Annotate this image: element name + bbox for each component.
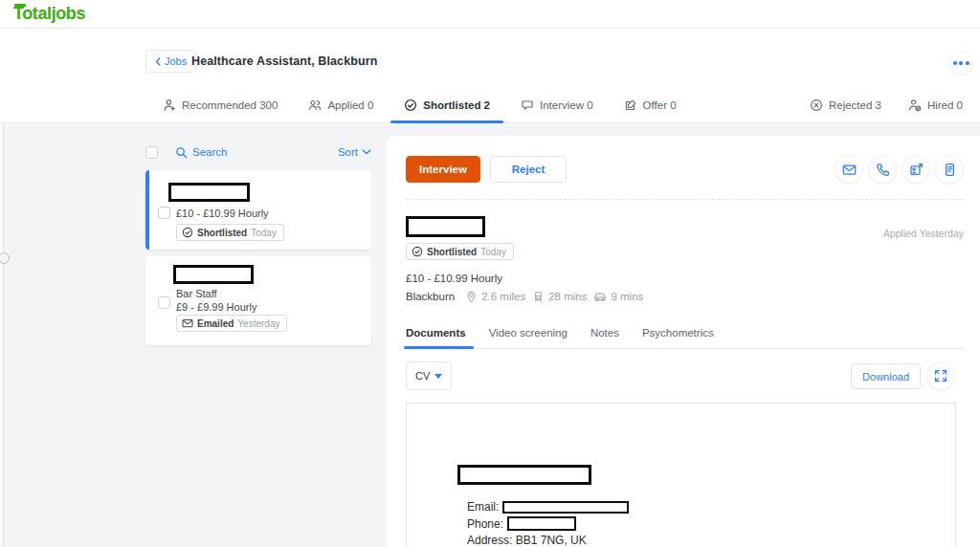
stage-tab-bar: Recommended 300 Applied 0 Shortlisted 2 …	[0, 87, 980, 122]
candidate-checkbox[interactable]	[158, 207, 170, 219]
candidate-job-title: Bar Staff	[176, 288, 217, 299]
search-icon	[175, 146, 188, 159]
email-label: Email:	[467, 500, 499, 514]
three-dots-icon	[953, 61, 957, 65]
status-badge: Emailed Yesterday	[176, 315, 287, 332]
document-icon	[943, 163, 957, 177]
candidate-notes-button[interactable]	[935, 155, 964, 184]
tab-notes[interactable]: Notes	[590, 317, 619, 348]
candidate-location: Blackburn	[406, 291, 455, 302]
map-pin-icon	[465, 291, 478, 303]
interview-button[interactable]: Interview	[406, 156, 480, 183]
arrows-expand-icon	[934, 369, 947, 383]
envelope-icon	[182, 317, 193, 329]
envelope-icon	[842, 163, 857, 177]
person-star-icon	[163, 98, 176, 112]
check-circle-icon	[412, 246, 423, 257]
candidate-salary: £9 - £9.99 Hourly	[176, 301, 256, 313]
tab-video-screening[interactable]: Video screening	[489, 317, 568, 348]
share-profile-button[interactable]	[902, 155, 930, 184]
redacted-candidate-name	[168, 183, 250, 202]
candidate-card[interactable]: £10 - £10.99 Hourly Shortlisted Today	[145, 170, 371, 250]
job-header: Jobs Healthcare Assistant, Blackburn Rec…	[0, 29, 980, 123]
cv-email-row: Email:	[467, 500, 629, 514]
status-badge: Shortlisted Today	[176, 224, 284, 241]
chat-bubble-icon	[521, 98, 534, 112]
more-options-button[interactable]	[948, 51, 973, 76]
candidate-list-panel: Search Sort £10 - £10.99 Hourly Shortlis…	[145, 124, 371, 547]
phone-icon	[876, 163, 890, 177]
applied-date-text: Applied Yesterday	[883, 228, 964, 239]
redacted-phone	[507, 516, 576, 531]
redacted-cv-name	[457, 465, 591, 485]
tab-documents[interactable]: Documents	[406, 317, 466, 348]
candidate-salary: £10 - £10.99 Hourly	[406, 273, 502, 284]
tab-interview[interactable]: Interview 0	[521, 87, 593, 122]
phone-label: Phone:	[467, 517, 503, 531]
document-type-dropdown[interactable]: CV	[406, 361, 452, 390]
car-icon	[593, 290, 607, 303]
tab-shortlisted[interactable]: Shortlisted 2	[404, 87, 490, 122]
redacted-candidate-name	[173, 265, 254, 284]
call-candidate-button[interactable]	[868, 155, 897, 184]
location-travel-row: Blackburn 2.6 miles 28 mins 9 mins	[406, 290, 643, 303]
sort-button[interactable]: Sort	[338, 146, 371, 158]
cv-phone-row: Phone:	[467, 516, 576, 531]
back-label: Jobs	[165, 55, 187, 67]
tab-psychometrics[interactable]: Psychometrics	[642, 317, 714, 348]
tab-recommended[interactable]: Recommended 300	[163, 87, 278, 122]
chevron-down-icon	[362, 149, 371, 155]
select-all-checkbox[interactable]	[145, 146, 158, 159]
chevron-left-icon	[155, 57, 161, 66]
people-icon	[308, 98, 322, 112]
tab-offer[interactable]: Offer 0	[624, 87, 677, 122]
person-check-icon	[908, 98, 922, 112]
reject-button[interactable]: Reject	[490, 156, 567, 183]
tab-applied[interactable]: Applied 0	[308, 87, 373, 122]
bus-icon	[532, 291, 545, 303]
contact-action-bar	[835, 155, 964, 184]
download-button[interactable]: Download	[851, 363, 921, 389]
page-body: Search Sort £10 - £10.99 Hourly Shortlis…	[0, 124, 980, 547]
page-title: Healthcare Assistant, Blackburn	[191, 55, 377, 68]
left-edge-divider	[0, 124, 4, 547]
redacted-email	[502, 501, 629, 514]
totaljobs-logo: Totaljobs	[13, 4, 85, 24]
candidate-card[interactable]: Bar Staff £9 - £9.99 Hourly Emailed Yest…	[145, 256, 371, 345]
search-button[interactable]: Search	[175, 146, 227, 159]
top-brand-bar: Totaljobs	[0, 0, 980, 29]
back-to-jobs-button[interactable]: Jobs	[145, 50, 196, 73]
cv-preview-document: Email: Phone: Address: BB1 7NG, UK	[406, 403, 956, 547]
email-candidate-button[interactable]	[835, 155, 863, 184]
transit-time-text: 28 mins	[548, 291, 587, 302]
list-toolbar: Search Sort	[145, 143, 371, 161]
check-circle-icon	[404, 98, 417, 112]
section-divider	[406, 199, 964, 200]
redacted-candidate-name	[406, 216, 485, 237]
candidate-checkbox[interactable]	[158, 296, 170, 309]
x-circle-icon	[810, 98, 823, 112]
distance-text: 2.6 miles	[481, 291, 525, 302]
edit-square-icon	[624, 98, 637, 112]
candidate-salary: £10 - £10.99 Hourly	[176, 208, 269, 219]
panel-collapse-handle[interactable]	[0, 252, 10, 264]
candidate-detail-panel: Interview Reject	[387, 136, 980, 547]
status-badge: Shortlisted Today	[406, 243, 514, 260]
caret-down-icon	[434, 374, 442, 379]
fullscreen-button[interactable]	[926, 361, 955, 390]
cv-address-line: Address: BB1 7NG, UK	[467, 534, 587, 547]
tab-rejected[interactable]: Rejected 3	[810, 87, 881, 122]
check-circle-icon	[182, 227, 193, 238]
detail-tab-bar: Documents Video screening Notes Psychome…	[406, 317, 964, 349]
tab-hired[interactable]: Hired 0	[908, 87, 963, 122]
drive-time-text: 9 mins	[611, 291, 643, 302]
share-profile-icon	[909, 163, 924, 177]
